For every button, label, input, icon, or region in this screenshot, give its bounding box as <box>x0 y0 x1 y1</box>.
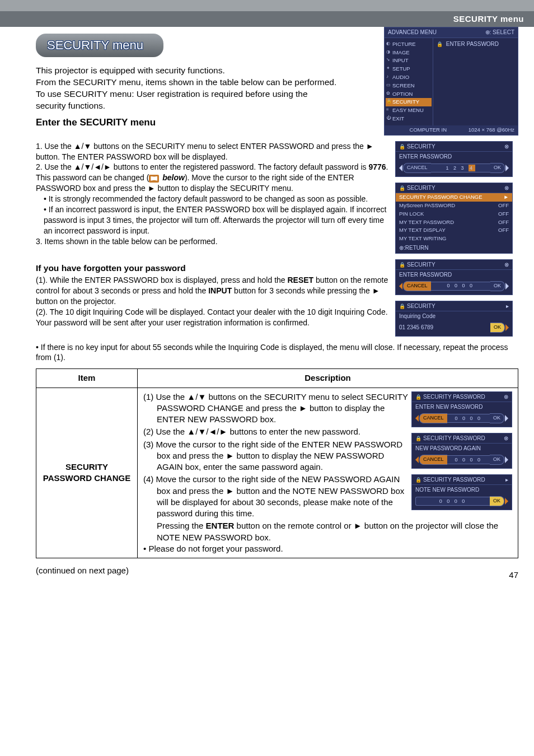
play-icon: ▸ <box>506 302 509 310</box>
step-2-bullet-2: • If an incorrect password is input, the… <box>36 204 405 236</box>
header-menu-label: SECURITY menu <box>453 14 524 24</box>
right-arrow-icon <box>505 324 509 331</box>
lock-icon: 🔒 <box>415 436 421 441</box>
description-table: Item Description SECURITY PASSWORD CHANG… <box>36 368 518 558</box>
step-3: 3. Items shown in the table below can be… <box>36 236 405 247</box>
row-item-label: SECURITY PASSWORD CHANGE <box>36 388 138 558</box>
steps-block: 1. Use the ▲/▼ buttons on the SECURITY m… <box>36 141 405 247</box>
page-number: 47 <box>509 570 518 581</box>
lock-icon: 🔒 <box>399 262 405 268</box>
osd-foot-left: COMPUTER IN <box>410 127 447 134</box>
osd-note-password: 🔒SECURITY PASSWORD▸ NOTE NEW PASSWORD 0 … <box>411 474 512 510</box>
lock-icon: 🔒 <box>415 394 421 400</box>
close-icon: ⊗ <box>504 184 509 192</box>
osd-ok: OK <box>490 323 505 333</box>
lock-icon: 🔒 <box>399 304 405 309</box>
header-band: SECURITY menu <box>0 11 534 27</box>
left-arrow-icon <box>399 283 402 290</box>
forgot-note: • If there is no key input for about 55 … <box>36 342 518 363</box>
lock-icon: 🔒 <box>399 144 405 150</box>
close-icon: ⊗ <box>504 143 509 151</box>
osd-forgot-enter: 🔒SECURITY⊗ ENTER PASSWORD CANCEL 0 0 0 0… <box>395 259 513 295</box>
close-icon: ⊗ <box>504 435 508 442</box>
osd-main-label: ENTER PASSWORD <box>446 41 499 47</box>
osd-enter-password: 🔒SECURITY⊗ ENTER PASSWORD CANCEL 1 2 3 4… <box>395 141 513 177</box>
step-2: 2. Use the ▲/▼/◄/► buttons to enter the … <box>36 162 405 194</box>
page-title: SECURITY menu <box>36 34 163 57</box>
osd-advanced-menu: ADVANCED MENU ⊕: SELECT ◐PICTURE ◑IMAGE … <box>384 27 518 141</box>
col-description: Description <box>138 369 518 388</box>
osd-nav: ◐PICTURE ◑IMAGE ➘INPUT ✦SETUP ♪AUDIO ▭SC… <box>385 38 433 125</box>
osd-new-password: 🔒SECURITY PASSWORD⊗ ENTER NEW PASSWORD C… <box>411 391 512 427</box>
left-arrow-icon <box>399 165 402 171</box>
close-icon: ⊗ <box>504 261 509 269</box>
forgot-block: (1). While the ENTER PASSWORD box is dis… <box>36 275 405 328</box>
osd-inquiring-code: 🔒SECURITY▸ Inquiring Code 01 2345 6789 O… <box>395 301 513 337</box>
book-icon <box>149 175 159 183</box>
osd-security-list: 🔒SECURITY⊗ SECURITY PASSWORD CHANGE► MyS… <box>395 183 513 254</box>
osd-forgot-column: 🔒SECURITY⊗ ENTER PASSWORD CANCEL 0 0 0 0… <box>395 259 518 342</box>
osd-cancel: CANCEL <box>403 281 431 291</box>
intro-text: This projector is equipped with security… <box>36 65 338 112</box>
osd-side-column: 🔒SECURITY⊗ ENTER PASSWORD CANCEL 1 2 3 4… <box>395 141 518 259</box>
continued-label: (continued on next page) <box>36 565 518 576</box>
step-1: 1. Use the ▲/▼ buttons on the SECURITY m… <box>36 141 405 162</box>
top-grey-bar <box>0 0 534 11</box>
close-icon: ⊗ <box>504 393 508 401</box>
osd-ok: OK <box>490 163 505 173</box>
col-item: Item <box>36 369 138 388</box>
osd-password-again: 🔒SECURITY PASSWORD⊗ NEW PASSWORD AGAIN C… <box>411 433 512 469</box>
right-arrow-icon <box>505 283 509 290</box>
lock-icon: 🔒 <box>437 41 443 47</box>
lock-icon: 🔒 <box>399 185 405 191</box>
osd-cancel: CANCEL <box>403 163 431 173</box>
forgot-2: (2). The 10 digit Inquiring Code will be… <box>36 307 405 328</box>
right-arrow-icon <box>505 165 509 171</box>
step-2-bullet-1: • It is strongly recommended the factory… <box>36 194 405 204</box>
lock-icon: 🔒 <box>415 477 421 483</box>
play-icon: ▸ <box>505 476 508 484</box>
osd-top-left: ADVANCED MENU <box>388 29 437 36</box>
osd-top-right: ⊕: SELECT <box>485 29 514 36</box>
forgot-1: (1). While the ENTER PASSWORD box is dis… <box>36 275 405 307</box>
osd-ok: OK <box>490 281 505 291</box>
row-description: 🔒SECURITY PASSWORD⊗ ENTER NEW PASSWORD C… <box>138 388 518 558</box>
osd-foot-right: 1024 × 768 @60Hz <box>469 127 514 134</box>
